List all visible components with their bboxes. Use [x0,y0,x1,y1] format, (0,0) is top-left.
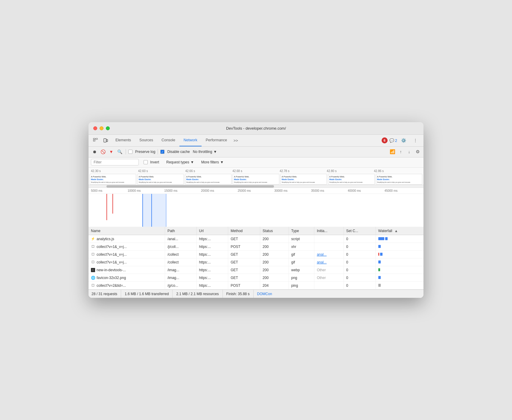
js-file-icon: ⚡ [91,237,95,241]
table-row[interactable]: ⚡ analytics.js /anal... https:... GET 20… [89,235,423,243]
col-method[interactable]: Method [228,227,260,235]
col-type[interactable]: Type [289,227,314,235]
cell-type: webp [289,266,314,274]
timeline-area: 5000 ms 10000 ms 15000 ms 20000 ms 25000… [89,188,423,227]
waterfall-bar [378,284,381,287]
timeline-graph[interactable] [89,194,423,227]
export-har-icon[interactable]: ↑ [397,148,404,155]
filmstrip-scrollbar[interactable] [89,185,423,188]
col-status[interactable]: Status [260,227,289,235]
close-button[interactable] [93,126,97,130]
traffic-lights [93,126,110,130]
device-toolbar-icon[interactable] [101,136,110,145]
filmstrip: 42.30 s 42.60 s 42.66 s 42.68 s 42.78 s … [89,168,423,185]
filmstrip-frame-6[interactable]: A Powerful Web. Made Easier. Simplifying… [376,174,422,185]
ruler-tick-1: 10000 ms [128,189,164,192]
cell-set-cookies: 0 [344,282,376,289]
timeline-marker-red1 [106,194,107,220]
waterfall-bar [378,245,381,248]
filmstrip-frame-4[interactable]: A Powerful Web. Made Easier. Simplifying… [281,174,327,185]
settings-icon[interactable]: ⚙️ [399,136,408,145]
status-domcon[interactable]: DOMCon [254,290,276,298]
invert-checkbox[interactable] [144,160,148,164]
request-types-button[interactable]: Request types ▼ [164,159,196,165]
cursor-tool-icon[interactable] [91,136,100,145]
cell-set-cookies: 0 [344,243,376,251]
preserve-log-label[interactable]: Preserve log [128,150,155,154]
filmstrip-frame-3[interactable]: A Powerful Web. Made Easier. Simplifying… [233,174,279,185]
col-waterfall[interactable]: Waterfall ▲ [376,227,423,235]
filter-icon[interactable]: ▼ [108,148,115,155]
col-name[interactable]: Name [89,227,165,235]
invert-filter-label[interactable]: Invert [141,159,161,165]
table-row[interactable]: ☐ collect?v=1&_v=j... /collect https:...… [89,258,423,266]
titlebar: DevTools - developer.chrome.com/ [89,122,423,135]
filmstrip-time-3: 42.68 s [232,169,280,173]
col-set-cookies[interactable]: Set C... [344,227,376,235]
network-table-container[interactable]: Name Path Url Method Status [89,227,423,290]
import-har-icon[interactable]: ↓ [406,148,413,155]
status-finish: Finish: 35.88 s [223,290,254,298]
tab-network[interactable]: Network [179,134,202,146]
col-path[interactable]: Path [165,227,196,235]
filmstrip-time-2: 42.66 s [185,169,232,173]
cell-initiator [314,282,344,289]
more-filters-button[interactable]: More filters ▼ [199,159,226,165]
tab-elements[interactable]: Elements [111,134,135,146]
file-icon: ☐ [91,260,95,264]
minimize-button[interactable] [100,126,103,130]
preserve-log-checkbox[interactable] [128,150,132,154]
cell-path: /g/co... [165,282,196,289]
cell-method: GET [228,266,260,274]
cell-url: https:... [196,266,228,274]
cell-status: 200 [260,258,289,266]
tab-performance[interactable]: Performance [202,134,231,146]
filmstrip-frame-0[interactable]: A Powerful Web. Made Easier. Simplifying… [90,174,136,185]
window-title: DevTools - developer.chrome.com/ [226,126,286,131]
devtools-window: DevTools - developer.chrome.com/ Element… [89,122,423,298]
record-button[interactable]: ⏺ [91,148,98,155]
cell-path: /imag... [165,266,196,274]
more-options-icon[interactable]: ⋮ [411,136,420,145]
filmstrip-frame-2[interactable]: A Powerful Web. Made Easier. Simplifying… [185,174,231,185]
tab-console[interactable]: Console [157,134,179,146]
cell-type: script [289,235,314,243]
cell-initiator[interactable]: anal... [314,258,344,266]
message-badge[interactable]: 💬 2 [389,138,397,143]
cell-initiator [314,235,344,243]
timeline-selection[interactable] [142,194,166,227]
table-row[interactable]: ▪ new-in-devtools-... /imag... https:...… [89,266,423,274]
maximize-button[interactable] [106,126,110,130]
table-row[interactable]: 🌐 favicon-32x32.png /imag... https:... G… [89,274,423,282]
cell-initiator[interactable]: anal... [314,251,344,258]
more-tabs-button[interactable]: >> [231,136,240,145]
throttling-select[interactable]: No throttling ▼ [191,149,219,154]
cell-status: 200 [260,266,289,274]
table-row[interactable]: ☐ collect?v=1&_v=j... /collect https:...… [89,251,423,258]
network-settings-icon[interactable]: ⚙ [414,148,421,155]
status-bar: 28 / 31 requests 1.6 MB / 1.6 MB transfe… [89,289,423,298]
toolbar-separator-2 [158,149,158,154]
search-button[interactable]: 🔍 [116,148,123,155]
tab-sources[interactable]: Sources [135,134,157,146]
cell-name: ☐ collect?v=1&_v=j... [89,258,165,266]
scrollbar-thumb[interactable] [106,185,274,188]
clear-button[interactable]: 🚫 [99,148,106,155]
col-url[interactable]: Url [196,227,228,235]
network-conditions-icon[interactable]: 📶 [389,148,396,155]
error-badge[interactable]: 6 [382,137,388,143]
ruler-tick-4: 25000 ms [238,189,275,192]
filmstrip-frame-1[interactable]: A Powerful Web. Made Easier. Simplifying… [137,174,184,185]
cell-waterfall [376,282,423,289]
table-row[interactable]: ☐ collect?v=1&_v=j... /j/coll... https:.… [89,243,423,251]
table-row[interactable]: ☐ collect?v=2&tid=... /g/co... https:...… [89,282,423,289]
filmstrip-frame-5[interactable]: A Powerful Web. Made Easier. Simplifying… [328,174,374,185]
status-resources: 2.1 MB / 2.1 MB resources [173,290,223,298]
disable-cache-checkbox[interactable]: ✓ [160,150,164,154]
cell-url: https:... [196,274,228,282]
col-initiator[interactable]: Initia... [314,227,344,235]
filter-input[interactable] [91,159,139,165]
disable-cache-label[interactable]: ✓ Disable cache [160,150,190,154]
cell-waterfall [376,243,423,251]
cell-name: 🌐 favicon-32x32.png [89,274,165,282]
